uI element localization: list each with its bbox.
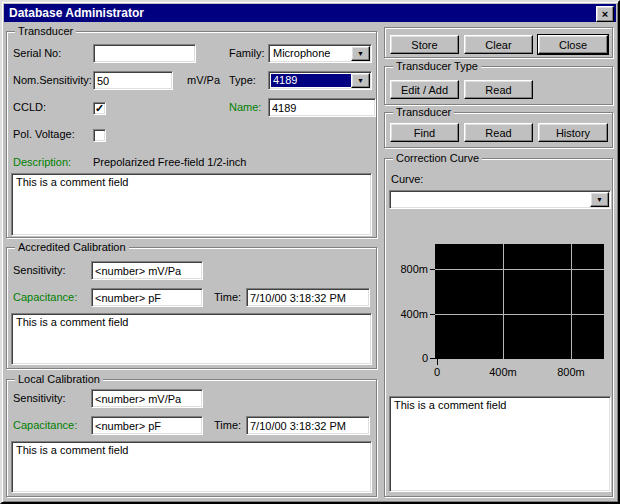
y-axis-tick [430, 358, 435, 359]
nom-sensitivity-field[interactable] [93, 71, 173, 90]
local-time-field[interactable] [246, 416, 370, 435]
close-button[interactable]: Close [538, 35, 608, 54]
y-axis-tick [430, 314, 435, 315]
gridline-y-800m [435, 269, 604, 270]
checkmark-icon: ✓ [95, 103, 104, 114]
accredited-calibration-title: Accredited Calibration [15, 241, 129, 253]
accredited-calibration-group: Accredited Calibration Sensitivity: Capa… [6, 247, 377, 369]
ccld-checkbox[interactable]: ✓ [93, 102, 106, 115]
clear-button[interactable]: Clear [464, 35, 533, 54]
name-field[interactable] [268, 98, 376, 117]
type-combobox[interactable]: 4189 ▼ [268, 71, 372, 90]
accredited-time-label: Time: [214, 291, 241, 303]
nom-sensitivity-label: Nom.Sensitivity: [13, 74, 92, 86]
window-title: Database Administrator [9, 6, 144, 20]
transducer-comment-field[interactable]: This is a comment field [11, 173, 372, 236]
family-combobox[interactable]: Microphone ▼ [268, 44, 372, 63]
pol-voltage-label: Pol. Voltage: [13, 128, 75, 140]
x-tick-label-0: 0 [427, 366, 447, 378]
transducer-actions-group: Transducer Find Read History [384, 112, 613, 148]
history-button[interactable]: History [538, 123, 608, 142]
chevron-down-icon[interactable]: ▼ [590, 192, 609, 207]
accredited-time-field[interactable] [246, 288, 370, 307]
y-axis-tick [430, 269, 435, 270]
local-capacitance-label: Capacitance: [13, 419, 77, 431]
action-buttons-frame: Store Clear Close [384, 27, 613, 58]
local-sensitivity-field[interactable] [91, 389, 203, 408]
correction-curve-title: Correction Curve [393, 152, 482, 164]
titlebar: Database Administrator × [4, 4, 616, 22]
local-comment-field[interactable]: This is a comment field [11, 441, 372, 493]
type-value: 4189 [271, 74, 352, 87]
y-tick-label-800m: 800m [389, 263, 428, 275]
store-button[interactable]: Store [390, 35, 459, 54]
local-time-label: Time: [214, 419, 241, 431]
curve-label: Curve: [391, 173, 423, 185]
y-tick-label-0: 0 [389, 352, 428, 364]
accredited-capacitance-label: Capacitance: [13, 291, 77, 303]
database-administrator-dialog: Database Administrator × Transducer Seri… [0, 0, 620, 504]
transducer-actions-title: Transducer [393, 106, 454, 118]
correction-curve-group: Correction Curve Curve: ▼ 800m 400m 0 0 … [384, 158, 613, 497]
gridline-x-800m [571, 244, 572, 359]
chevron-down-icon[interactable]: ▼ [351, 46, 370, 61]
transducer-type-group: Transducer Type Edit / Add Read [384, 66, 613, 105]
family-label: Family: [229, 47, 264, 59]
description-label: Description: [13, 156, 71, 168]
find-button[interactable]: Find [390, 123, 459, 142]
curve-value [392, 193, 591, 206]
accredited-sensitivity-field[interactable] [91, 261, 203, 280]
type-label: Type: [229, 74, 256, 86]
local-calibration-group: Local Calibration Sensitivity: Capacitan… [6, 379, 377, 497]
local-calibration-title: Local Calibration [15, 373, 103, 385]
transducer-type-read-button[interactable]: Read [464, 80, 533, 99]
chevron-down-icon[interactable]: ▼ [351, 73, 370, 88]
accredited-sensitivity-label: Sensitivity: [13, 264, 66, 276]
y-tick-label-400m: 400m [389, 308, 428, 320]
ccld-label: CCLD: [13, 101, 46, 113]
x-tick-label-400m: 400m [481, 366, 525, 378]
gridline-y-400m [435, 314, 604, 315]
transducer-read-button[interactable]: Read [464, 123, 533, 142]
x-axis-tick [437, 359, 438, 365]
family-value: Microphone [271, 47, 352, 60]
name-label: Name: [229, 101, 261, 113]
correction-curve-comment-field[interactable]: This is a comment field [389, 396, 611, 492]
local-capacitance-field[interactable] [91, 416, 203, 435]
correction-curve-chart [435, 244, 604, 359]
accredited-capacitance-field[interactable] [91, 288, 203, 307]
x-tick-label-800m: 800m [549, 366, 593, 378]
transducer-group-title: Transducer [15, 25, 76, 37]
accredited-comment-field[interactable]: This is a comment field [11, 313, 372, 365]
serial-no-field[interactable] [93, 44, 196, 63]
description-value: Prepolarized Free-field 1/2-inch [93, 156, 246, 168]
nom-sensitivity-unit: mV/Pa [187, 74, 220, 86]
edit-add-button[interactable]: Edit / Add [390, 80, 459, 99]
serial-no-label: Serial No: [13, 47, 61, 59]
transducer-group: Transducer Serial No: Family: Microphone… [6, 31, 377, 238]
close-icon[interactable]: × [596, 6, 614, 22]
pol-voltage-checkbox[interactable] [93, 129, 106, 142]
local-sensitivity-label: Sensitivity: [13, 392, 66, 404]
transducer-type-title: Transducer Type [393, 60, 481, 72]
gridline-x-400m [503, 244, 504, 359]
curve-combobox[interactable]: ▼ [389, 190, 611, 209]
